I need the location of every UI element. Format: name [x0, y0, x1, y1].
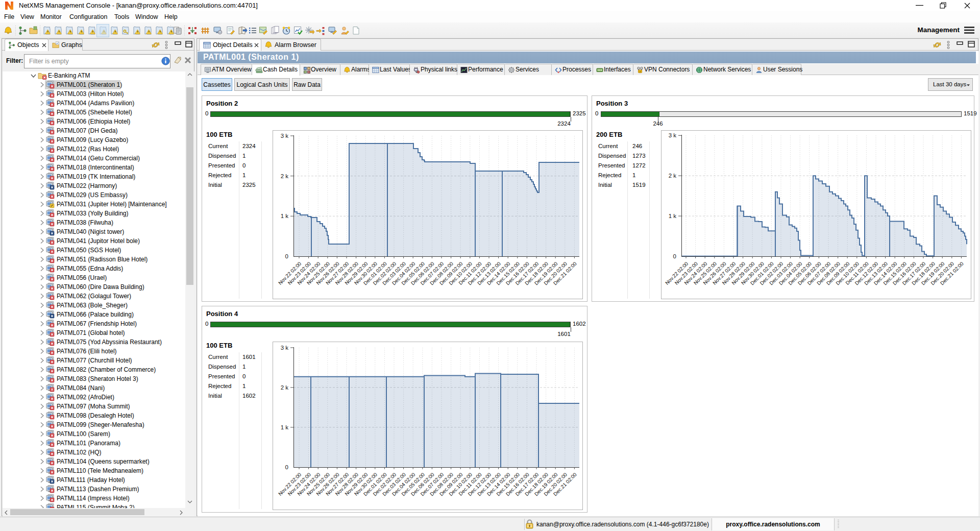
svg-text:2 k: 2 k	[281, 173, 289, 179]
svg-text:3 k: 3 k	[281, 133, 289, 139]
svg-text:2 k: 2 k	[281, 384, 289, 391]
svg-text:0: 0	[285, 253, 288, 259]
svg-text:0: 0	[673, 253, 676, 259]
svg-text:2 k: 2 k	[669, 173, 677, 179]
svg-text:0: 0	[285, 464, 288, 470]
svg-text:1 k: 1 k	[281, 424, 289, 430]
svg-text:3 k: 3 k	[281, 345, 289, 351]
svg-text:1 k: 1 k	[281, 213, 289, 219]
svg-text:1 k: 1 k	[669, 213, 677, 219]
svg-text:3 k: 3 k	[669, 132, 677, 138]
